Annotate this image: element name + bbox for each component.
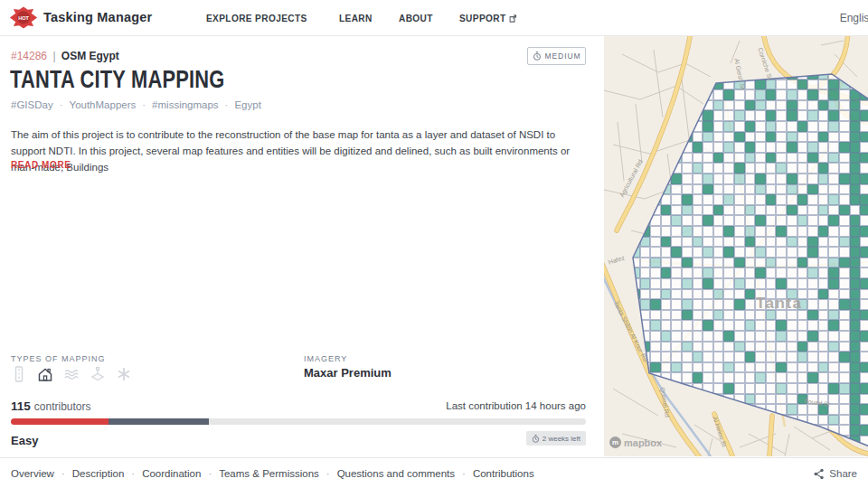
task-cell[interactable] <box>776 205 787 216</box>
task-cell[interactable] <box>787 100 797 111</box>
task-cell[interactable] <box>745 331 756 342</box>
task-cell[interactable] <box>661 342 672 352</box>
task-cell[interactable] <box>766 320 777 331</box>
task-cell[interactable] <box>787 383 797 394</box>
task-cell[interactable] <box>766 383 777 394</box>
task-cell[interactable] <box>860 394 868 405</box>
task-cell[interactable] <box>682 331 693 342</box>
task-cell[interactable] <box>818 352 829 362</box>
share-button[interactable]: Share <box>813 458 857 488</box>
task-cell[interactable] <box>776 132 787 143</box>
task-cell[interactable] <box>713 237 724 248</box>
task-cell[interactable] <box>797 205 808 216</box>
task-cell[interactable] <box>860 226 868 237</box>
task-cell[interactable] <box>797 142 808 153</box>
task-cell[interactable] <box>787 205 797 216</box>
task-cell[interactable] <box>703 258 713 268</box>
task-cell[interactable] <box>671 258 682 268</box>
task-cell[interactable] <box>797 342 808 352</box>
task-cell[interactable] <box>766 258 777 268</box>
task-cell[interactable] <box>766 121 777 132</box>
task-cell[interactable] <box>693 226 703 237</box>
task-cell[interactable] <box>640 289 651 300</box>
task-cell[interactable] <box>661 310 672 321</box>
task-cell[interactable] <box>693 153 703 164</box>
task-cell[interactable] <box>766 352 777 362</box>
task-cell[interactable] <box>766 394 777 405</box>
task-cell[interactable] <box>745 299 756 310</box>
task-cell[interactable] <box>703 226 713 237</box>
task-cell[interactable] <box>807 383 818 394</box>
task-cell[interactable] <box>682 184 693 195</box>
task-cell[interactable] <box>850 237 861 248</box>
task-cell[interactable] <box>766 89 777 100</box>
task-cell[interactable] <box>745 258 756 268</box>
task-cell[interactable] <box>640 247 651 258</box>
task-cell[interactable] <box>828 320 839 331</box>
task-cell[interactable] <box>839 320 850 331</box>
task-cell[interactable] <box>723 247 734 258</box>
task-cell[interactable] <box>734 383 745 394</box>
task-cell[interactable] <box>755 342 766 352</box>
task-cell[interactable] <box>818 205 829 216</box>
task-cell[interactable] <box>745 121 756 132</box>
task-cell[interactable] <box>734 299 745 310</box>
task-cell[interactable] <box>828 404 839 415</box>
task-cell[interactable] <box>682 174 693 184</box>
project-tag-missingmaps[interactable]: #missingmaps <box>152 99 219 110</box>
read-more-link[interactable]: READ MORE <box>11 160 71 170</box>
task-cell[interactable] <box>850 194 861 205</box>
task-cell[interactable] <box>766 132 777 143</box>
task-cell[interactable] <box>755 80 766 90</box>
project-progress-bar[interactable] <box>11 418 586 425</box>
task-cell[interactable] <box>818 194 829 205</box>
task-cell[interactable] <box>776 404 787 415</box>
task-cell[interactable] <box>828 163 839 174</box>
nav-item-about[interactable]: ABOUT <box>399 13 433 23</box>
task-cell[interactable] <box>713 142 724 153</box>
task-cell[interactable] <box>713 247 724 258</box>
task-cell[interactable] <box>776 215 787 226</box>
task-cell[interactable] <box>776 194 787 205</box>
task-cell[interactable] <box>850 110 861 121</box>
task-cell[interactable] <box>776 331 787 342</box>
task-cell[interactable] <box>693 331 703 342</box>
task-cell[interactable] <box>682 205 693 216</box>
task-cell[interactable] <box>682 194 693 205</box>
task-cell[interactable] <box>693 247 703 258</box>
task-cell[interactable] <box>713 226 724 237</box>
task-cell[interactable] <box>839 121 850 132</box>
task-cell[interactable] <box>850 383 861 394</box>
task-cell[interactable] <box>745 194 756 205</box>
task-cell[interactable] <box>723 278 734 289</box>
task-cell[interactable] <box>650 226 661 237</box>
task-cell[interactable] <box>807 100 818 111</box>
task-cell[interactable] <box>850 320 861 331</box>
task-cell[interactable] <box>828 110 839 121</box>
task-cell[interactable] <box>766 142 777 153</box>
task-cell[interactable] <box>703 372 713 383</box>
task-cell[interactable] <box>755 142 766 153</box>
task-cell[interactable] <box>787 237 797 248</box>
task-cell[interactable] <box>755 110 766 121</box>
task-cell[interactable] <box>828 278 839 289</box>
task-cell[interactable] <box>671 289 682 300</box>
nav-item-explore-projects[interactable]: EXPLORE PROJECTS <box>206 13 307 23</box>
task-cell[interactable] <box>807 310 818 321</box>
task-cell[interactable] <box>818 415 829 426</box>
task-cell[interactable] <box>693 310 703 321</box>
task-cell[interactable] <box>787 362 797 373</box>
task-cell[interactable] <box>828 258 839 268</box>
task-cell[interactable] <box>745 352 756 362</box>
task-cell[interactable] <box>839 237 850 248</box>
task-cell[interactable] <box>807 289 818 300</box>
task-cell[interactable] <box>703 289 713 300</box>
task-cell[interactable] <box>755 352 766 362</box>
task-cell[interactable] <box>797 215 808 226</box>
task-cell[interactable] <box>723 100 734 111</box>
task-cell[interactable] <box>734 342 745 352</box>
task-cell[interactable] <box>807 299 818 310</box>
task-cell[interactable] <box>723 132 734 143</box>
task-cell[interactable] <box>734 174 745 184</box>
task-cell[interactable] <box>713 205 724 216</box>
